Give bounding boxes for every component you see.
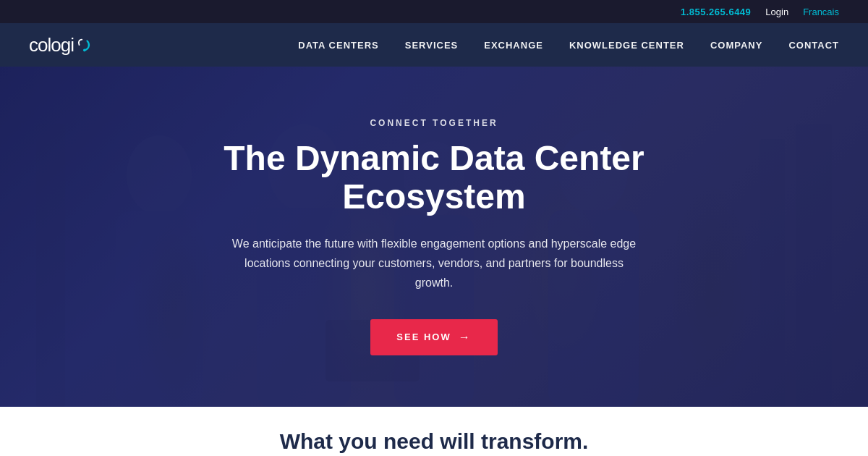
below-hero-title: What you need will transform. <box>29 428 839 455</box>
hero-section: CONNECT TOGETHER The Dynamic Data Center… <box>0 67 868 407</box>
cta-arrow-icon: → <box>459 331 472 344</box>
logo[interactable]: cologi <box>29 34 91 56</box>
hero-content: CONNECT TOGETHER The Dynamic Data Center… <box>181 118 687 355</box>
nav-item-services[interactable]: SERVICES <box>405 38 459 51</box>
nav-item-knowledge-center[interactable]: KNOWLEDGE CENTER <box>569 38 684 51</box>
nav-item-exchange[interactable]: EXCHANGE <box>484 38 543 51</box>
nav-item-contact[interactable]: CONTACT <box>788 38 839 51</box>
language-link[interactable]: Francais <box>803 7 839 17</box>
hero-eyebrow: CONNECT TOGETHER <box>195 118 673 128</box>
hero-title: The Dynamic Data Center Ecosystem <box>195 140 673 216</box>
navbar: cologi DATA CENTERS SERVICES EXCHANGE KN… <box>0 23 868 67</box>
nav-item-data-centers[interactable]: DATA CENTERS <box>298 38 378 51</box>
nav-item-company[interactable]: COMPANY <box>710 38 762 51</box>
hero-description: We anticipate the future with flexible e… <box>231 234 637 293</box>
phone-number[interactable]: 1.855.265.6449 <box>681 7 751 17</box>
logo-text: cologi <box>29 34 74 56</box>
login-link[interactable]: Login <box>765 7 788 17</box>
utility-bar: 1.855.265.6449 Login Francais <box>0 0 868 23</box>
logo-icon <box>75 37 91 53</box>
nav-links: DATA CENTERS SERVICES EXCHANGE KNOWLEDGE… <box>298 38 839 51</box>
below-hero-section: What you need will transform. What we do… <box>0 407 868 456</box>
cta-button[interactable]: SEE HOW → <box>370 319 497 355</box>
svg-point-0 <box>83 49 86 52</box>
cta-label: SEE HOW <box>396 332 451 342</box>
